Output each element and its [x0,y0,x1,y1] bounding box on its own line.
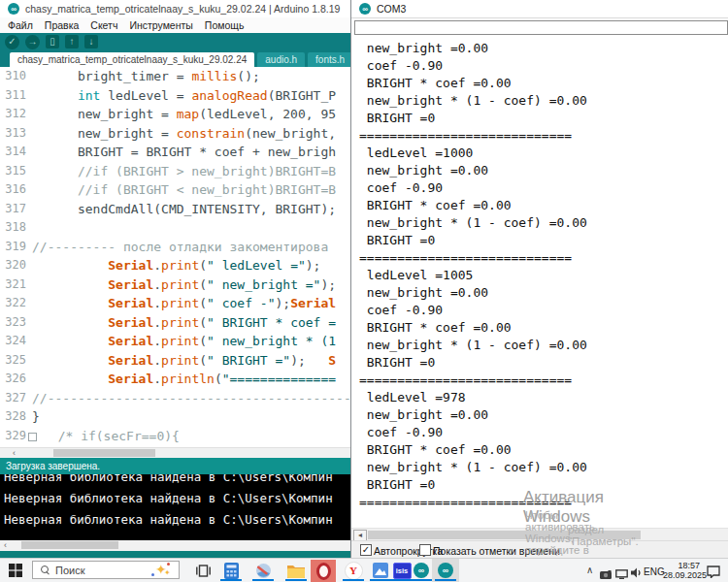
tray-overflow-chevron[interactable]: ∧ [586,565,593,575]
code-token [32,353,108,368]
line-number: 316 [0,180,26,200]
line-number: 320 [0,256,26,275]
serial-line: new_bright * (1 - coef) =0.00 [359,459,728,476]
tab-audio.h[interactable]: audio.h [257,52,305,67]
opera-button[interactable] [311,560,336,582]
code-token: BRIGHT = BRIGHT * coef + new_brigh [32,145,336,159]
menu-item-Скетч[interactable]: Скетч [84,19,123,31]
task-view-button[interactable] [191,559,215,582]
code-token: Serial [108,296,153,310]
code-token: constrain [177,126,245,141]
code-line: 325 Serial.print(" BRIGHT ="); S [0,351,351,371]
code-editor[interactable]: 310 bright_timer = millis();311 int ledL… [0,67,351,447]
tab-fonts.h[interactable]: fonts.h [308,52,352,67]
paint-3d-button[interactable] [251,559,275,582]
action-center-icon [707,566,720,578]
running-indicator [411,579,432,581]
line-number: 318 [0,218,26,238]
code-text: /* if(secFr==0){ [43,427,180,446]
arduino-icon: ∞ [414,563,429,578]
tray-camera-icon[interactable] [600,566,612,582]
code-token: /* if(secFr==0){ [43,429,180,443]
calculator-button[interactable] [219,559,243,582]
code-token: int [78,88,100,103]
serial-line: new_bright =0.00 [359,162,728,179]
code-token: print [161,296,199,310]
code-fold-marker-icon[interactable] [28,433,37,441]
verify-button[interactable]: ✓ [5,35,19,49]
code-token: (new_bright, [245,126,336,141]
menu-item-Правка[interactable]: Правка [39,19,84,31]
tray-network-icon[interactable] [615,566,628,582]
code-token: sendCmdAll(CMD_INTENSITY, BRIGHT); [32,202,336,216]
page-icon: ▯ [50,37,55,47]
code-text: //--------- после отладки закоментирова [32,238,328,257]
folder-icon [287,564,305,578]
console-scrollbar-thumb[interactable] [21,541,118,549]
code-token: . [153,315,161,330]
line-number: 322 [0,294,26,313]
yandex-browser-button[interactable]: Y [342,559,365,582]
menu-item-Файл[interactable]: Файл [2,19,39,31]
arduino-app-icon: ∞ [8,3,19,15]
arduino-ide-taskbar-button[interactable]: ∞ [410,559,433,582]
taskbar-clock[interactable]: 18:57 28.09.2025 [663,562,700,580]
code-text: Serial.print(" new_bright * (1 [32,332,336,351]
code-token: new_bright = [32,107,177,121]
editor-horizontal-scrollbar[interactable]: ‹ [0,447,351,458]
serial-send-input[interactable] [354,20,728,35]
code-text: //if (BRIGHT < new_bright)BRIGHT=B [32,180,336,200]
action-center-button[interactable] [707,565,720,582]
language-indicator[interactable]: ENG [644,566,665,577]
code-text: BRIGHT = BRIGHT * coef + new_brigh [32,143,336,162]
save-button[interactable]: ↓ [84,35,98,48]
code-token: ledLevel = [100,88,191,103]
serial-horizontal-scrollbar[interactable]: ◂ [351,528,728,540]
serial-line: coef -0.90 [359,302,728,319]
file-explorer-button[interactable] [284,559,308,582]
serial-scrollbar-thumb[interactable] [368,531,641,539]
code-token: " new_bright =" [207,277,320,292]
menu-item-Инструменты[interactable]: Инструменты [123,19,198,31]
running-indicator [252,579,274,581]
code-token: new_bright = [32,126,177,141]
code-token: Serial [108,258,153,273]
line-number: 311 [0,86,26,106]
windows-taskbar: Поиск ✦✦ [0,558,728,582]
code-token: ( [199,296,207,310]
start-button[interactable] [9,564,22,581]
scroll-left-icon[interactable]: ‹ [4,540,7,550]
code-token [32,334,108,348]
code-text: //if (BRIGHT > new_bright)BRIGHT=B [32,162,336,181]
tray-volume-icon[interactable] [631,565,643,582]
code-line: 313 new_bright = constrain(new_bright, [0,124,351,144]
upload-button[interactable]: → [25,35,40,49]
menu-item-Помощь[interactable]: Помощь [199,19,250,31]
serial-line: new_bright * (1 - coef) =0.00 [359,337,728,354]
new-sketch-button[interactable]: ▯ [46,35,59,48]
code-text: Serial.println("============== [32,370,336,389]
autoscroll-checkbox[interactable]: ✓ [360,544,372,556]
line-number: 317 [0,200,26,219]
serial-line: ============================ [359,127,728,145]
code-token: print [161,258,199,273]
taskbar-search-input[interactable]: Поиск ✦✦ [32,561,180,579]
code-token: ( [199,258,207,273]
tab-chasy_matrica_temp_otricatelnaay_s_kuku_29.02.24[interactable]: chasy_matrica_temp_otricatelnaay_s_kuku_… [10,52,254,67]
console-line: Неверная библиотека найдена в C:\Users\К… [4,509,351,531]
console-horizontal-scrollbar[interactable]: ‹ [0,540,351,551]
code-line: 327//-----------------------------------… [0,389,351,408]
photos-button[interactable] [369,559,392,582]
serial-output-area: new_bright =0.00 coef -0.90 BRIGHT * coe… [351,35,728,528]
code-token: println [161,372,215,386]
serial-line: new_bright =0.00 [359,406,728,424]
editor-scrollbar-thumb[interactable] [53,449,155,457]
code-token: . [153,372,161,386]
serial-monitor-taskbar-button[interactable]: ∞ [434,559,457,582]
show-timestamps-checkbox[interactable] [419,544,431,556]
code-text: Serial.print(" ledLevel ="); [32,256,320,275]
serial-line: BRIGHT =0 [359,476,728,494]
open-button[interactable]: ↑ [65,35,79,48]
scroll-left-icon[interactable]: ‹ [13,448,16,458]
code-text: Serial.print(" coef -");Serial [32,294,336,313]
